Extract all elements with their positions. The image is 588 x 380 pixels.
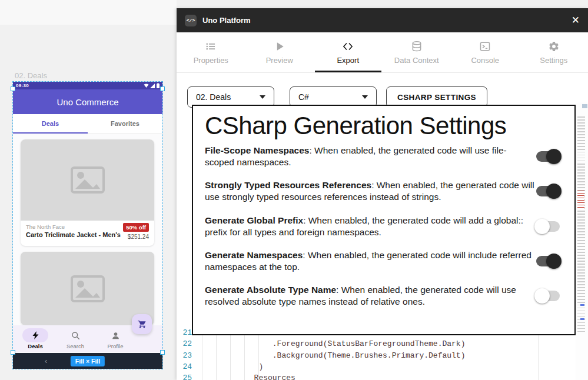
phone-status-bar: 09:30 xyxy=(13,82,162,89)
product-card[interactable]: The North Face Carto Triclimate Jacket -… xyxy=(21,139,154,246)
selection-handle-top-left[interactable] xyxy=(11,86,15,91)
page-label[interactable]: 02. Deals xyxy=(15,71,47,80)
product-card[interactable] xyxy=(21,252,154,325)
product-info: The North Face Carto Triclimate Jacket -… xyxy=(21,221,154,246)
window-title-bar: </> Uno Platform ✕ xyxy=(177,8,588,32)
setting-row-file-scope-namespaces: File-Scope Namespaces: When enabled, the… xyxy=(205,145,562,168)
nav-active-pill xyxy=(22,328,48,342)
nav-item-deals[interactable]: Deals xyxy=(21,328,49,349)
status-time: 09:30 xyxy=(16,83,29,88)
setting-row-generate-global-prefix: Generate Global Prefix: When enabled, th… xyxy=(205,215,562,238)
toggle-strongly-typed-resources[interactable] xyxy=(534,184,562,199)
cart-fab[interactable] xyxy=(132,314,152,334)
nav-pill xyxy=(62,328,88,342)
terminal-icon xyxy=(479,41,491,52)
code-line: 25 Resources xyxy=(177,372,538,380)
phone-tab-favorites[interactable]: Favorites xyxy=(88,114,162,133)
nav-item-profile[interactable]: Profile xyxy=(101,328,129,349)
bolt-icon xyxy=(32,331,39,339)
tab-data-context[interactable]: Data Context xyxy=(383,32,451,72)
toggle-generate-namespaces[interactable] xyxy=(534,254,562,269)
tab-console[interactable]: Console xyxy=(451,32,520,72)
close-icon[interactable]: ✕ xyxy=(572,15,580,25)
window-title: Uno Platform xyxy=(202,16,251,25)
signal-icon xyxy=(150,84,155,88)
nav-item-search[interactable]: Search xyxy=(61,328,89,349)
product-image-placeholder xyxy=(21,252,154,325)
gear-icon xyxy=(548,41,560,52)
csharp-settings-dialog: CSharp Generation Settings File-Scope Na… xyxy=(192,105,576,335)
toggle-file-scope-namespaces[interactable] xyxy=(534,149,562,164)
setting-row-strongly-typed-resources: Strongly Typed Resources References: Whe… xyxy=(205,179,562,203)
back-chevron-icon[interactable]: ‹ xyxy=(45,356,47,365)
setting-row-generate-namespaces: Generate Namespaces: When enabled, the g… xyxy=(205,249,562,273)
chevron-down-icon xyxy=(260,95,265,99)
tab-properties[interactable]: Properties xyxy=(177,32,245,72)
code-minimap[interactable] xyxy=(576,102,588,380)
play-icon xyxy=(274,41,285,52)
code-icon xyxy=(341,41,354,52)
product-image-placeholder xyxy=(21,139,154,221)
product-price: $251.24 xyxy=(128,234,149,240)
code-line: 23 .Background(Theme.Brushes.Primary.Def… xyxy=(177,350,538,361)
minimap-mark-blue xyxy=(580,304,584,306)
selection-handle-bottom-left[interactable] xyxy=(11,350,15,355)
tab-export[interactable]: Export xyxy=(314,32,383,72)
wifi-icon xyxy=(144,84,149,88)
phone-tab-deals[interactable]: Deals xyxy=(13,114,88,133)
phone-preview[interactable]: 09:30 Uno Commerce Deals Favorites xyxy=(13,82,162,369)
image-placeholder-icon xyxy=(71,166,105,194)
chevron-down-icon xyxy=(362,95,368,99)
android-nav-bar: ‹ Fill × Fill xyxy=(13,353,162,369)
search-icon xyxy=(71,331,80,340)
code-line: 22 .Foreground(StatusBarForegroundTheme.… xyxy=(177,338,538,349)
phone-tab-bar: Deals Favorites xyxy=(13,114,162,134)
dialog-title: CSharp Generation Settings xyxy=(205,112,562,140)
toggle-generate-global-prefix[interactable] xyxy=(534,219,562,234)
selection-handle-top-right[interactable] xyxy=(160,86,165,91)
tab-settings[interactable]: Settings xyxy=(520,32,588,72)
image-placeholder-icon xyxy=(71,275,105,302)
minimap-highlight-red xyxy=(577,191,584,209)
uno-logo-icon: </> xyxy=(185,15,197,26)
list-icon xyxy=(205,41,217,52)
uno-platform-panel: </> Uno Platform ✕ Properties Preview Ex… xyxy=(177,8,588,380)
design-canvas: 02. Deals 09:30 Uno Commerce Deals Favor… xyxy=(0,0,177,380)
phone-app-bar: Uno Commerce xyxy=(13,89,162,114)
size-badge: Fill × Fill xyxy=(71,356,105,366)
selection-handle-bottom-right[interactable] xyxy=(160,350,165,355)
minimap-lines xyxy=(577,116,585,333)
minimap-mark-blue xyxy=(580,318,584,320)
setting-row-generate-absolute-type-name: Generate Absolute Type Name: When enable… xyxy=(205,284,562,308)
profile-icon xyxy=(111,331,120,340)
tab-preview[interactable]: Preview xyxy=(245,32,314,72)
cart-icon xyxy=(137,319,147,329)
minimap-slider[interactable] xyxy=(582,104,587,108)
canvas-top-band xyxy=(0,0,177,25)
database-icon xyxy=(411,41,423,52)
nav-pill xyxy=(102,328,128,342)
battery-icon xyxy=(157,83,160,88)
code-line: 24 ) xyxy=(177,361,538,372)
toggle-generate-absolute-type-name[interactable] xyxy=(534,288,562,304)
discount-badge: 50% off xyxy=(123,223,149,232)
main-tab-bar: Properties Preview Export Data Context xyxy=(177,32,588,73)
phone-app-title: Uno Commerce xyxy=(57,97,118,107)
